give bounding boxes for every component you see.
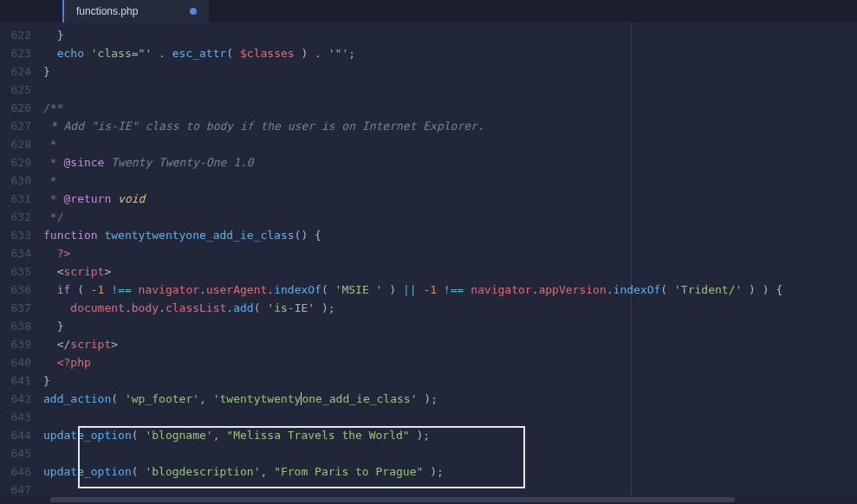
code-line[interactable]: * <box>38 135 857 153</box>
line-number: 642 <box>0 390 31 408</box>
code-line[interactable] <box>38 444 857 462</box>
code-line[interactable]: if ( -1 !== navigator.userAgent.indexOf(… <box>38 281 857 299</box>
tab-spacer <box>0 0 62 23</box>
code-line[interactable]: update_option( 'blogdescription', "From … <box>38 462 857 481</box>
code-line[interactable]: */ <box>38 208 857 226</box>
line-number: 622 <box>0 26 31 44</box>
code-line[interactable]: * @since Twenty Twenty-One 1.0 <box>38 153 857 171</box>
line-number: 640 <box>0 353 31 372</box>
line-number: 643 <box>0 408 31 426</box>
line-number: 647 <box>0 481 31 496</box>
code-line[interactable]: } <box>38 62 857 81</box>
line-number: 628 <box>0 135 31 153</box>
line-number-gutter: 622 623 624 625 626 627 628 629 630 631 … <box>0 23 38 496</box>
line-number: 641 <box>0 372 31 390</box>
scrollbar-thumb[interactable] <box>50 497 735 502</box>
line-number: 626 <box>0 99 31 117</box>
line-number: 636 <box>0 281 31 299</box>
code-line[interactable]: <?php <box>38 353 857 372</box>
line-number: 638 <box>0 317 31 335</box>
code-lines[interactable]: } echo 'class="' . esc_attr( $classes ) … <box>38 23 857 496</box>
code-line[interactable]: <script> <box>38 262 857 281</box>
code-line[interactable] <box>38 481 857 496</box>
code-line[interactable]: * @return void <box>38 190 857 208</box>
line-number: 635 <box>0 262 31 281</box>
line-number: 627 <box>0 117 31 135</box>
line-number: 623 <box>0 44 31 62</box>
code-line[interactable] <box>38 408 857 426</box>
code-editor: functions.php 622 623 624 625 626 627 62… <box>0 0 857 504</box>
code-line[interactable] <box>38 81 857 99</box>
line-number: 645 <box>0 444 31 462</box>
code-line[interactable]: function twentytwentyone_add_ie_class() … <box>38 226 857 244</box>
code-line[interactable]: update_option( 'blogname', "Melissa Trav… <box>38 426 857 444</box>
code-line[interactable]: * <box>38 171 857 190</box>
line-number: 629 <box>0 153 31 171</box>
line-number: 644 <box>0 426 31 444</box>
code-line[interactable]: } <box>38 317 857 335</box>
file-tab[interactable]: functions.php <box>62 0 209 23</box>
line-number: 646 <box>0 462 31 481</box>
line-number: 633 <box>0 226 31 244</box>
code-area[interactable]: 622 623 624 625 626 627 628 629 630 631 … <box>0 23 857 496</box>
code-line[interactable]: echo 'class="' . esc_attr( $classes ) . … <box>38 44 857 62</box>
code-line[interactable]: add_action( 'wp_footer', 'twentytwentyon… <box>38 390 857 408</box>
tab-bar: functions.php <box>0 0 857 23</box>
code-line[interactable]: * Add "is-IE" class to body if the user … <box>38 117 857 135</box>
line-number: 625 <box>0 81 31 99</box>
code-line[interactable]: </script> <box>38 335 857 353</box>
code-line[interactable]: } <box>38 26 857 44</box>
unsaved-indicator-icon <box>190 8 197 15</box>
line-number: 639 <box>0 335 31 353</box>
code-line[interactable]: /** <box>38 99 857 117</box>
line-number: 637 <box>0 299 31 317</box>
line-number: 634 <box>0 244 31 262</box>
line-number: 632 <box>0 208 31 226</box>
tab-filename: functions.php <box>76 5 138 17</box>
line-number: 630 <box>0 171 31 190</box>
code-line[interactable]: ?> <box>38 244 857 262</box>
code-line[interactable]: } <box>38 372 857 390</box>
line-number: 624 <box>0 62 31 81</box>
horizontal-scrollbar[interactable] <box>0 496 857 504</box>
code-line[interactable]: document.body.classList.add( 'is-IE' ); <box>38 299 857 317</box>
line-number: 631 <box>0 190 31 208</box>
